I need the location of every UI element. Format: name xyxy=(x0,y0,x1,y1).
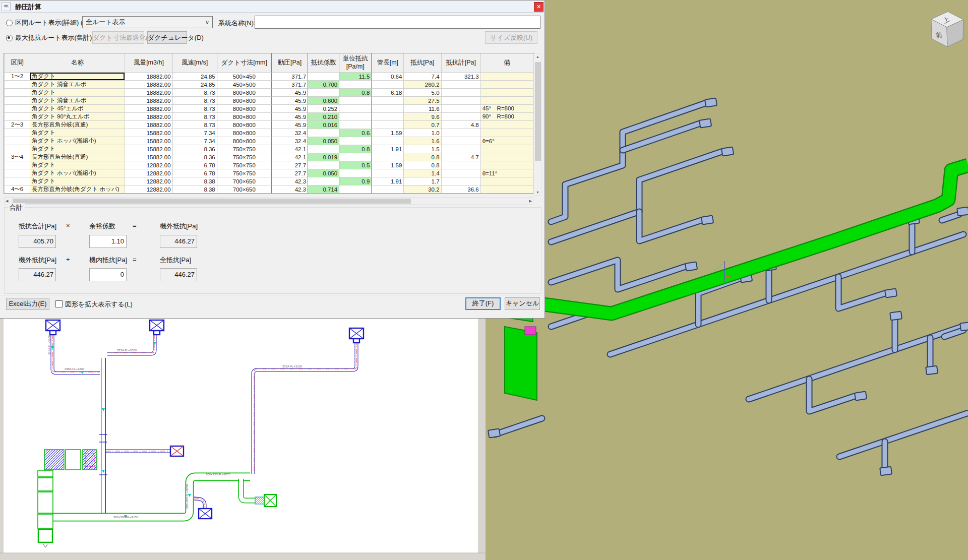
cell-name[interactable]: 角ダクト xyxy=(30,73,125,81)
cell-unit[interactable] xyxy=(339,105,372,113)
cell-coef[interactable]: 0.252 xyxy=(308,105,339,113)
cell-tot[interactable] xyxy=(442,105,481,113)
cell-vol[interactable]: 15882.00 xyxy=(125,129,172,137)
cell-dp[interactable]: 371.7 xyxy=(272,81,308,89)
cell-sec[interactable] xyxy=(4,113,30,121)
cell-dp[interactable]: 32.4 xyxy=(272,137,308,145)
cell-len[interactable] xyxy=(372,121,404,129)
cell-len[interactable] xyxy=(372,105,404,113)
cell-coef[interactable]: 0.714 xyxy=(308,185,339,194)
cell-len[interactable]: 1.91 xyxy=(372,145,404,153)
cell-res[interactable]: 0.7 xyxy=(404,121,441,129)
cell-note[interactable] xyxy=(481,161,533,169)
cell-note[interactable] xyxy=(481,177,533,185)
cell-vel[interactable]: 8.73 xyxy=(173,113,217,121)
cell-coef[interactable] xyxy=(308,145,339,153)
cell-res[interactable]: 1.6 xyxy=(404,137,441,145)
cancel-button[interactable]: キャンセル xyxy=(505,297,540,310)
dialog-titlebar[interactable]: ≪ 静圧計算 ✕ xyxy=(0,1,544,13)
scroll-right-icon[interactable]: ▶ xyxy=(529,199,532,203)
cell-res[interactable]: 30.2 xyxy=(404,185,441,194)
cell-vol[interactable]: 12882.00 xyxy=(125,185,172,194)
cell-name[interactable]: 長方形直角分岐(直通) xyxy=(30,121,125,129)
cell-note[interactable] xyxy=(481,81,533,89)
cell-name[interactable]: 角ダクト 90°丸エルボ xyxy=(30,113,125,121)
cell-note[interactable] xyxy=(481,89,533,97)
close-icon[interactable]: ✕ xyxy=(534,2,543,12)
cell-note[interactable]: θ=11° xyxy=(481,169,533,177)
cell-size[interactable]: 750×750 xyxy=(217,145,272,153)
cell-len[interactable] xyxy=(372,113,404,121)
cell-note[interactable] xyxy=(481,145,533,153)
radio-max-resistance-route-label[interactable]: 最大抵抗ルート表示(集計)(T) xyxy=(15,33,100,42)
cell-tot[interactable]: 36.6 xyxy=(442,185,481,194)
cell-note[interactable] xyxy=(481,185,533,194)
finish-button[interactable]: 終了(F) xyxy=(465,297,501,310)
cell-size[interactable]: 750×750 xyxy=(217,153,272,161)
cell-name[interactable]: 角ダクト xyxy=(30,145,125,153)
cell-vol[interactable]: 12882.00 xyxy=(125,177,172,185)
cell-vel[interactable]: 8.73 xyxy=(173,89,217,97)
horizontal-scroll-thumb[interactable] xyxy=(13,199,411,204)
cell-name[interactable]: 角ダクト xyxy=(30,129,125,137)
cell-name[interactable]: 角ダクト 消音エルボ xyxy=(30,97,125,105)
cell-note[interactable] xyxy=(481,97,533,105)
cell-res[interactable]: 9.6 xyxy=(404,113,441,121)
cell-size[interactable]: 800×800 xyxy=(217,129,272,137)
cell-dp[interactable]: 42.1 xyxy=(272,145,308,153)
cell-dp[interactable]: 45.9 xyxy=(272,105,308,113)
cell-coef[interactable]: 0.050 xyxy=(308,137,339,145)
cell-dp[interactable]: 42.3 xyxy=(272,185,308,194)
cell-tot[interactable] xyxy=(442,129,481,137)
cell-res[interactable]: 0.8 xyxy=(404,153,441,161)
cell-vol[interactable]: 18882.00 xyxy=(125,113,172,121)
cell-unit[interactable]: 0.8 xyxy=(339,145,372,153)
cell-tot[interactable] xyxy=(442,81,481,89)
cell-size[interactable]: 750×750 xyxy=(217,169,272,177)
cell-res[interactable]: 11.6 xyxy=(404,105,441,113)
cell-unit[interactable] xyxy=(339,113,372,121)
cell-tot[interactable] xyxy=(442,97,481,105)
cell-vol[interactable]: 12882.00 xyxy=(125,161,172,169)
excel-export-button[interactable]: Excel出力(E) xyxy=(6,298,49,310)
cell-vol[interactable]: 18882.00 xyxy=(125,73,172,81)
cell-sec[interactable] xyxy=(4,145,30,153)
cell-sec[interactable] xyxy=(4,177,30,185)
cell-len[interactable]: 6.18 xyxy=(372,89,404,97)
cell-unit[interactable] xyxy=(339,121,372,129)
cell-sec[interactable] xyxy=(4,137,30,145)
cell-tot[interactable] xyxy=(442,137,481,145)
ductulator-button[interactable]: ダクチュレータ(D) xyxy=(147,31,187,44)
cell-sec[interactable] xyxy=(4,97,30,105)
cell-vol[interactable]: 18882.00 xyxy=(125,97,172,105)
cell-vol[interactable]: 18882.00 xyxy=(125,105,172,113)
table-vertical-scrollbar[interactable]: ▲ ▼ xyxy=(533,53,542,196)
cell-sec[interactable] xyxy=(4,169,30,177)
cell-len[interactable]: 1.59 xyxy=(372,129,404,137)
cell-dp[interactable]: 42.1 xyxy=(272,153,308,161)
cell-res[interactable]: 1.7 xyxy=(404,177,441,185)
cell-unit[interactable] xyxy=(339,137,372,145)
cell-vel[interactable]: 8.38 xyxy=(173,185,217,194)
margin-factor-field[interactable]: 1.10 xyxy=(89,235,127,248)
cell-dp[interactable]: 45.9 xyxy=(272,89,308,97)
cell-vol[interactable]: 15882.00 xyxy=(125,145,172,153)
cell-res[interactable]: 0.8 xyxy=(404,161,441,169)
cell-size[interactable]: 700×650 xyxy=(217,177,272,185)
cell-sec[interactable]: 3〜4 xyxy=(4,153,30,161)
system-name-input[interactable] xyxy=(255,16,540,29)
cell-len[interactable] xyxy=(372,185,404,194)
radio-detail-route-label[interactable]: 区間ルート表示(詳細) (Z) xyxy=(15,18,89,27)
scroll-left-icon[interactable]: ◀ xyxy=(6,199,8,203)
cell-unit[interactable] xyxy=(339,185,372,194)
cell-sec[interactable] xyxy=(4,105,30,113)
cell-dp[interactable]: 42.3 xyxy=(272,177,308,185)
cell-vel[interactable]: 8.73 xyxy=(173,121,217,129)
cell-res[interactable]: 260.2 xyxy=(404,81,441,89)
cell-coef[interactable]: 0.050 xyxy=(308,169,339,177)
cell-vol[interactable]: 18882.00 xyxy=(125,81,172,89)
cell-unit[interactable]: 0.6 xyxy=(339,129,372,137)
route-filter-dropdown[interactable]: 全ルート表示 ∨ xyxy=(82,16,213,28)
cell-name[interactable]: 角ダクト xyxy=(30,177,125,185)
cell-res[interactable]: 1.0 xyxy=(404,129,441,137)
